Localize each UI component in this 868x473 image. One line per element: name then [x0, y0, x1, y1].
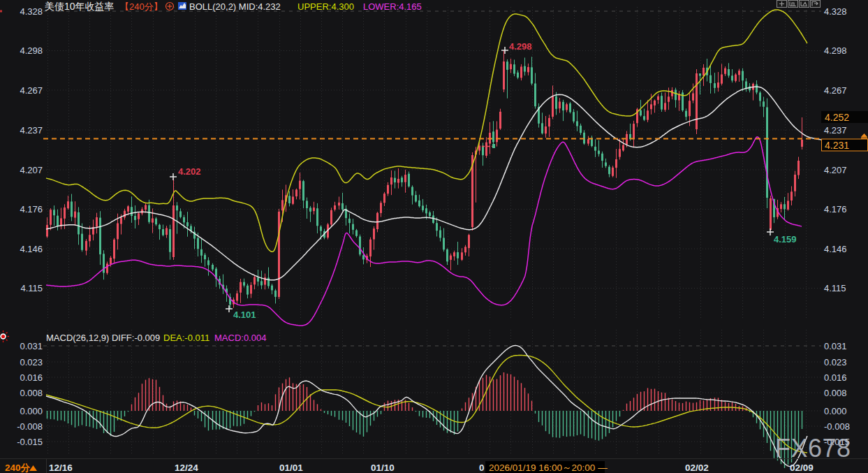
svg-text:0.031: 0.031: [824, 341, 847, 351]
svg-text:4.298: 4.298: [20, 45, 43, 56]
svg-text:DEA:-0.011: DEA:-0.011: [163, 333, 209, 343]
svg-text:BOLL(20,2) MID:4.232: BOLL(20,2) MID:4.232: [189, 1, 281, 12]
svg-text:0.016: 0.016: [20, 372, 43, 383]
svg-text:4.176: 4.176: [20, 204, 43, 214]
svg-text:0.031: 0.031: [20, 341, 43, 351]
svg-text:4.101: 4.101: [233, 310, 256, 320]
svg-text:-0.008: -0.008: [824, 421, 850, 432]
svg-text:0.016: 0.016: [824, 372, 847, 383]
svg-text:0.023: 0.023: [20, 357, 43, 368]
svg-text:12/24: 12/24: [175, 463, 198, 473]
svg-text:4.115: 4.115: [824, 283, 846, 293]
svg-text:UPPER:4.300: UPPER:4.300: [297, 1, 354, 12]
svg-text:02/09: 02/09: [790, 463, 814, 473]
svg-text:4.115: 4.115: [20, 283, 43, 293]
svg-text:0.000: 0.000: [20, 406, 43, 416]
svg-text:-0.008: -0.008: [17, 421, 43, 432]
svg-text:2026/01/19 16:00～20:00 —: 2026/01/19 16:00～20:00 —: [489, 463, 608, 473]
svg-text:4.328: 4.328: [20, 6, 43, 17]
svg-text:12/16: 12/16: [49, 463, 73, 473]
svg-text:【240分】: 【240分】: [120, 1, 163, 12]
svg-text:240分: 240分: [5, 463, 31, 473]
svg-text:4.231: 4.231: [825, 140, 849, 151]
svg-text:4.252: 4.252: [825, 112, 849, 123]
svg-text:4.202: 4.202: [178, 166, 201, 177]
svg-text:0.023: 0.023: [824, 357, 847, 368]
svg-text:0: 0: [479, 463, 485, 473]
svg-text:MACD:0.004: MACD:0.004: [214, 333, 266, 343]
svg-text:4.237: 4.237: [824, 125, 847, 136]
svg-text:4.176: 4.176: [824, 204, 847, 214]
svg-text:4.328: 4.328: [824, 6, 847, 17]
svg-text:4.267: 4.267: [824, 85, 847, 96]
svg-text:4.267: 4.267: [20, 85, 43, 96]
svg-text:0.000: 0.000: [824, 406, 847, 416]
svg-text:0.008: 0.008: [20, 388, 43, 398]
svg-text:FX678: FX678: [775, 434, 851, 463]
svg-text:4.207: 4.207: [20, 165, 43, 175]
svg-text:美债10年收益率: 美债10年收益率: [45, 1, 115, 12]
svg-text:02/02: 02/02: [685, 463, 709, 473]
svg-text:4.146: 4.146: [824, 244, 847, 254]
svg-text:01/10: 01/10: [371, 463, 395, 473]
svg-text:4.298: 4.298: [509, 41, 532, 52]
svg-text:-0.015: -0.015: [17, 437, 43, 447]
svg-text:4.237: 4.237: [20, 125, 43, 136]
svg-text:4.159: 4.159: [774, 234, 797, 245]
svg-text:MACD(26,12,9) DIFF:-0.009: MACD(26,12,9) DIFF:-0.009: [46, 333, 160, 343]
svg-text:4.207: 4.207: [824, 165, 847, 175]
svg-text:4.298: 4.298: [824, 45, 847, 56]
svg-text:0.008: 0.008: [824, 388, 847, 398]
svg-text:01/01: 01/01: [279, 463, 303, 473]
svg-text:LOWER:4.165: LOWER:4.165: [363, 1, 422, 12]
svg-text:4.146: 4.146: [20, 244, 43, 254]
